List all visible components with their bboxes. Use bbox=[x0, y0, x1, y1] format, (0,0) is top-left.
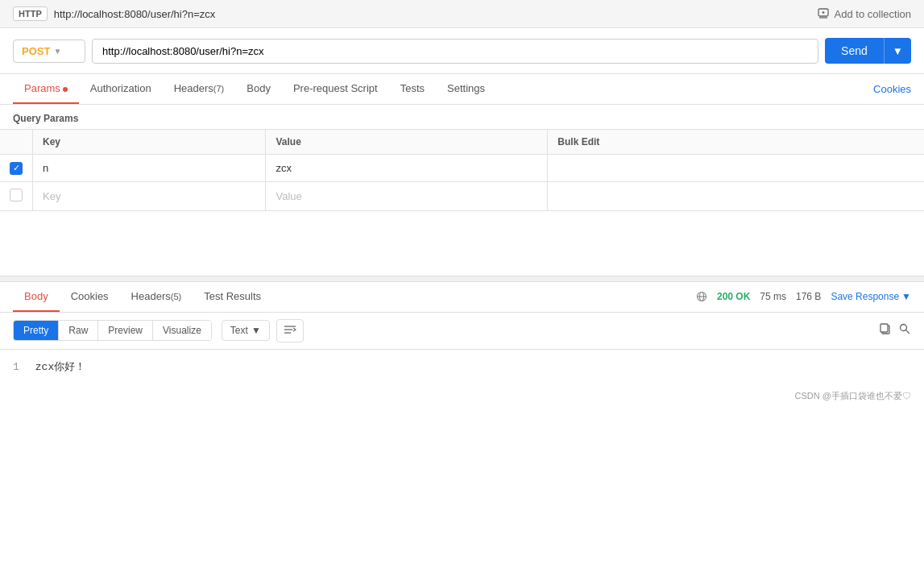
send-dropdown-button[interactable]: ▼ bbox=[884, 38, 911, 64]
action-icons bbox=[879, 322, 911, 338]
response-time: 75 ms bbox=[760, 291, 786, 302]
checkbox-checked-icon[interactable]: ✓ bbox=[10, 162, 23, 175]
format-bar: Pretty Raw Preview Visualize Text ▼ bbox=[0, 313, 924, 350]
visualize-button[interactable]: Visualize bbox=[153, 321, 211, 340]
copy-button[interactable] bbox=[879, 322, 892, 338]
col-checkbox bbox=[0, 130, 33, 155]
svg-point-12 bbox=[901, 325, 907, 331]
tab-params[interactable]: Params bbox=[13, 74, 79, 104]
top-bar-left: HTTP http://localhost:8080/user/hi?n=zcx bbox=[13, 6, 215, 21]
top-bar: HTTP http://localhost:8080/user/hi?n=zcx… bbox=[0, 0, 924, 28]
save-response-button[interactable]: Save Response ▼ bbox=[831, 291, 911, 302]
wrap-button[interactable] bbox=[276, 319, 304, 343]
globe-icon bbox=[696, 291, 707, 302]
row1-key[interactable]: n bbox=[33, 155, 266, 182]
row1-actions bbox=[548, 155, 924, 182]
copy-icon bbox=[879, 322, 892, 335]
text-format-chevron: ▼ bbox=[251, 325, 261, 336]
section-divider bbox=[0, 276, 924, 282]
request-tabs-bar: Params Authorization Headers(7) Body Pre… bbox=[0, 74, 924, 105]
request-bar: POST ▼ Send ▼ bbox=[0, 28, 924, 74]
tab-tests[interactable]: Tests bbox=[389, 74, 436, 104]
watermark: CSDN @手插口袋谁也不爱♡ bbox=[0, 384, 924, 409]
search-icon bbox=[898, 322, 911, 335]
method-label: POST bbox=[22, 45, 50, 57]
top-url: http://localhost:8080/user/hi?n=zcx bbox=[54, 8, 216, 20]
search-button[interactable] bbox=[898, 322, 911, 338]
save-response-chevron: ▼ bbox=[901, 291, 911, 302]
resp-tab-test-results[interactable]: Test Results bbox=[193, 282, 272, 312]
table-row: ✓ n zcx bbox=[0, 155, 924, 182]
params-dot bbox=[63, 87, 68, 92]
tab-authorization[interactable]: Authorization bbox=[79, 74, 163, 104]
send-button-group: Send ▼ bbox=[825, 38, 911, 64]
tab-headers[interactable]: Headers(7) bbox=[163, 74, 236, 104]
row1-value[interactable]: zcx bbox=[266, 155, 548, 182]
response-tabs-bar: Body Cookies Headers(5) Test Results 200… bbox=[0, 282, 924, 313]
response-body: 1zcx你好！ bbox=[0, 350, 924, 384]
checkbox-unchecked[interactable] bbox=[10, 189, 23, 201]
tab-pre-request[interactable]: Pre-request Script bbox=[282, 74, 389, 104]
query-params-table: Key Value Bulk Edit ✓ n zcx Key Value bbox=[0, 129, 924, 211]
http-badge: HTTP bbox=[13, 6, 48, 21]
tab-settings[interactable]: Settings bbox=[436, 74, 496, 104]
response-content: zcx你好！ bbox=[35, 361, 85, 373]
query-params-label: Query Params bbox=[0, 105, 924, 129]
resp-tab-cookies[interactable]: Cookies bbox=[60, 282, 120, 312]
row2-value[interactable]: Value bbox=[266, 181, 548, 210]
resp-headers-badge: (5) bbox=[171, 292, 181, 301]
col-bulk-header[interactable]: Bulk Edit bbox=[548, 130, 924, 155]
text-format-selector[interactable]: Text ▼ bbox=[222, 320, 270, 341]
row2-actions bbox=[548, 181, 924, 210]
add-collection-label: Add to collection bbox=[835, 8, 911, 20]
method-dropdown-chevron: ▼ bbox=[53, 47, 61, 56]
resp-tab-headers[interactable]: Headers(5) bbox=[120, 282, 193, 312]
tab-body[interactable]: Body bbox=[235, 74, 282, 104]
svg-line-13 bbox=[906, 330, 910, 334]
svg-rect-11 bbox=[880, 324, 888, 332]
preview-button[interactable]: Preview bbox=[98, 321, 153, 340]
bulk-edit-button[interactable]: Bulk Edit bbox=[557, 136, 599, 147]
table-row: Key Value bbox=[0, 181, 924, 210]
method-selector[interactable]: POST ▼ bbox=[13, 39, 85, 63]
status-code: 200 OK bbox=[717, 291, 750, 302]
collection-icon bbox=[817, 7, 830, 20]
raw-button[interactable]: Raw bbox=[59, 321, 98, 340]
row2-key[interactable]: Key bbox=[33, 181, 266, 210]
url-input[interactable] bbox=[92, 39, 818, 64]
row2-checkbox-cell[interactable] bbox=[0, 181, 33, 210]
response-size: 176 B bbox=[796, 291, 821, 302]
row1-checkbox-cell[interactable]: ✓ bbox=[0, 155, 33, 182]
add-to-collection-button[interactable]: Add to collection bbox=[817, 7, 911, 20]
send-button[interactable]: Send bbox=[825, 38, 884, 64]
wrap-icon bbox=[284, 324, 296, 335]
cookies-link[interactable]: Cookies bbox=[873, 83, 911, 95]
view-mode-group: Pretty Raw Preview Visualize bbox=[13, 320, 212, 341]
pretty-button[interactable]: Pretty bbox=[14, 321, 59, 340]
col-value-header: Value bbox=[266, 130, 548, 155]
headers-badge: (7) bbox=[213, 84, 224, 93]
line-number: 1 bbox=[13, 361, 19, 373]
response-status: 200 OK 75 ms 176 B Save Response ▼ bbox=[696, 291, 911, 302]
col-key-header: Key bbox=[33, 130, 266, 155]
send-dropdown-chevron: ▼ bbox=[893, 45, 903, 57]
resp-tab-body[interactable]: Body bbox=[13, 282, 60, 312]
